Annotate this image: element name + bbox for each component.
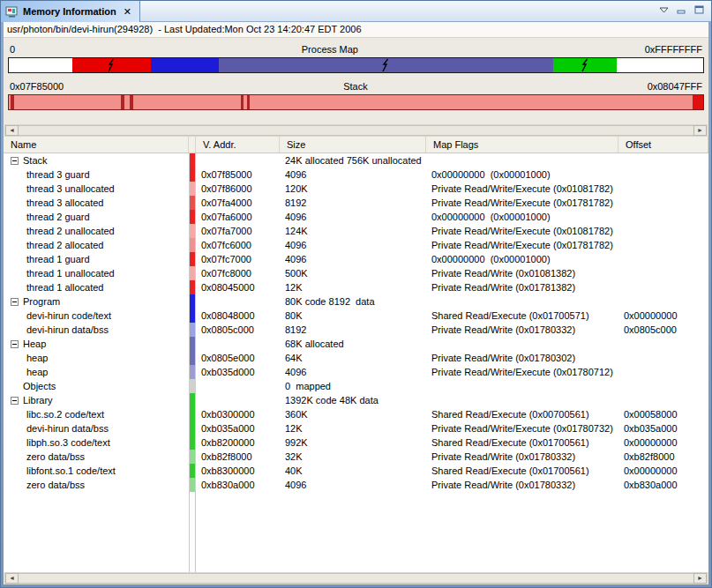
table-row[interactable]: Heap68K allocated (4, 337, 708, 351)
table-row[interactable]: devi-hirun code/text0x0804800080KShared … (4, 309, 708, 323)
table-row[interactable]: heap0x0805e00064KPrivate Read/Write (0x0… (4, 351, 708, 365)
row-offset (618, 196, 708, 210)
scrollbar-thumb[interactable] (19, 125, 693, 136)
stack-used-marker (241, 95, 244, 109)
row-map-flags: Private Read/Write/Execute (0x01780712) (426, 365, 618, 379)
row-vaddr (196, 153, 280, 167)
row-name-label: thread 1 guard (26, 252, 90, 266)
tree-expander-minus-icon[interactable] (11, 298, 19, 306)
tree-expander-minus-icon[interactable] (11, 157, 19, 165)
scroll-right-icon[interactable]: ► (693, 573, 707, 584)
minimize-icon[interactable] (677, 5, 686, 14)
table-row[interactable]: heap0xb035d0004096Private Read/Write/Exe… (4, 365, 708, 379)
stack-end-address: 0x08047FFF (648, 78, 702, 94)
close-icon[interactable]: ✕ (124, 6, 131, 18)
row-color-marker (189, 393, 196, 407)
tab-memory-information[interactable]: Memory Information ✕ (1, 1, 140, 22)
row-name-label: libph.so.3 code/text (26, 435, 110, 450)
tree-expander-minus-icon[interactable] (11, 397, 19, 405)
table-row[interactable]: thread 1 allocated0x0804500012KPrivate R… (4, 280, 708, 294)
table-row[interactable]: thread 2 guard0x07fa600040960x00000000 (… (4, 210, 708, 224)
row-vaddr: 0xb035a000 (196, 421, 280, 435)
row-vaddr: 0xb8300000 (196, 464, 280, 478)
stack-used-marker (130, 95, 133, 109)
row-size: 80K (280, 309, 426, 323)
discontinuity-bolt-icon (581, 59, 588, 72)
chart-horizontal-scrollbar[interactable]: ◄ ► (4, 124, 708, 137)
column-header-size[interactable]: Size (280, 137, 426, 153)
table-row[interactable]: libph.so.3 code/text0xb8200000992KShared… (4, 435, 708, 450)
row-offset: 0x00058000 (618, 407, 708, 421)
column-header-map-flags[interactable]: Map Flags (426, 137, 618, 153)
column-header-name[interactable]: Name (4, 137, 189, 153)
process-map-labels: 0 Process Map 0xFFFFFFFF (8, 41, 704, 57)
view-tab-bar: Memory Information ✕ (1, 1, 711, 22)
row-offset (618, 182, 708, 196)
stack-used-marker (247, 95, 251, 109)
row-color-marker (189, 210, 196, 224)
row-offset (618, 238, 708, 252)
table-row[interactable]: zero data/bss0xb82f800032KPrivate Read/W… (4, 450, 708, 464)
row-vaddr: 0xb0300000 (196, 407, 280, 421)
row-name-label: thread 2 allocated (26, 238, 103, 252)
row-map-flags (426, 393, 618, 407)
row-name-label: Stack (23, 153, 48, 167)
row-size: 8192 (280, 323, 426, 337)
row-offset: 0xb82f8000 (618, 450, 708, 464)
row-size: 124K (280, 224, 426, 238)
row-color-marker (189, 478, 196, 492)
row-vaddr: 0x07f85000 (196, 167, 280, 182)
table-row[interactable]: thread 3 allocated0x07fa40008192Private … (4, 196, 708, 210)
scroll-right-icon[interactable]: ► (693, 125, 707, 136)
row-vaddr: 0x08048000 (196, 309, 280, 323)
table-row[interactable]: thread 2 unallocated0x07fa7000124KPrivat… (4, 224, 708, 238)
table-row[interactable]: libc.so.2 code/text0xb0300000360KShared … (4, 407, 708, 421)
row-map-flags: Private Read/Write (0x01780332) (426, 450, 618, 464)
scroll-left-icon[interactable]: ◄ (5, 125, 19, 136)
row-color-marker (189, 435, 196, 450)
scroll-left-icon[interactable]: ◄ (5, 573, 19, 584)
scrollbar-thumb[interactable] (19, 573, 693, 584)
table-row[interactable]: thread 1 unallocated0x07fc8000500KPrivat… (4, 266, 708, 280)
table-row[interactable]: thread 2 allocated0x07fc60004096Private … (4, 238, 708, 252)
row-size: 500K (280, 266, 426, 280)
table-row[interactable]: Program80K code 8192 data (4, 294, 708, 309)
table-row[interactable]: zero data/bss0xb830a0004096Private Read/… (4, 478, 708, 492)
column-header-offset[interactable]: Offset (618, 137, 708, 153)
tab-title: Memory Information (23, 6, 116, 17)
table-row[interactable]: thread 1 guard0x07fc700040960x00000000 (… (4, 252, 708, 266)
row-vaddr: 0x07f86000 (196, 182, 280, 196)
table-horizontal-scrollbar[interactable]: ◄ ► (4, 572, 708, 584)
row-size: 32K (280, 450, 426, 464)
row-map-flags: Private Read/Write/Execute (0x01081782) (426, 224, 618, 238)
row-size: 4096 (280, 365, 426, 379)
column-header-marker (189, 137, 196, 153)
table-row[interactable]: devi-hirun data/bss0xb035a00012KPrivate … (4, 421, 708, 435)
row-offset (618, 167, 708, 182)
row-vaddr: 0x07fa6000 (196, 210, 280, 224)
row-color-marker (189, 153, 196, 167)
table-row[interactable]: Library1392K code 48K data (4, 393, 708, 407)
table-row[interactable]: Objects0 mapped (4, 379, 708, 393)
table-row[interactable]: Stack24K allocated 756K unallocated (4, 153, 708, 167)
row-color-marker (189, 280, 196, 294)
tree-expander-minus-icon[interactable] (11, 340, 19, 348)
stack-map-bar[interactable] (8, 94, 704, 110)
row-map-flags: Private Read/Write (0x01781382) (426, 280, 618, 294)
table-row[interactable]: libfont.so.1 code/text0xb830000040KShare… (4, 464, 708, 478)
maximize-icon[interactable] (694, 5, 704, 14)
table-row[interactable]: devi-hirun data/bss0x0805c0008192Private… (4, 323, 708, 337)
table-row[interactable]: thread 3 guard0x07f8500040960x00000000 (… (4, 167, 708, 182)
row-offset (618, 337, 708, 351)
view-menu-icon[interactable] (659, 7, 669, 13)
process-map-bar[interactable] (8, 57, 704, 73)
stack-used-marker (121, 95, 124, 109)
row-vaddr (196, 393, 280, 407)
column-header-vaddr[interactable]: V. Addr. (196, 137, 280, 153)
row-map-flags: 0x00000000 (0x00001000) (426, 210, 618, 224)
row-name-label: thread 3 unallocated (26, 182, 115, 196)
row-map-flags: Private Read/Write/Execute (0x01781782) (426, 196, 618, 210)
stack-map-title: Stack (64, 78, 647, 94)
table-row[interactable]: thread 3 unallocated0x07f86000120KPrivat… (4, 182, 708, 196)
row-map-flags: Private Read/Write (0x01780332) (426, 478, 618, 492)
